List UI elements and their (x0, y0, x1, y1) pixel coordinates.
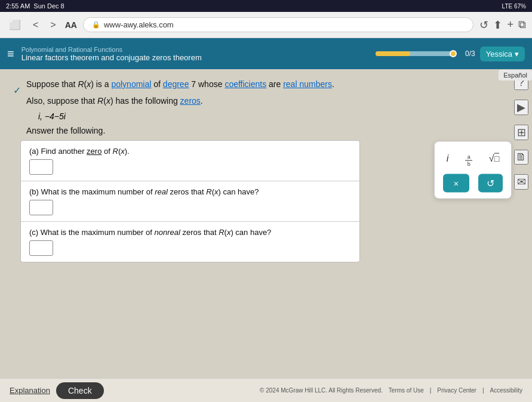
breadcrumb: Polynomial and Rational Functions Linear… (21, 46, 368, 62)
privacy-link[interactable]: Privacy Center (437, 387, 476, 394)
terms-link[interactable]: Terms of Use (389, 387, 424, 394)
status-bar: 2:55 AM Sun Dec 8 LTE 67% (0, 0, 532, 12)
browser-chrome: ⬜ < > AA 🔒 www-awy.aleks.com ↺ ⬆ + ⧉ (0, 12, 532, 38)
main-content: ✓ Suppose that R(x) is a polynomial of d… (0, 69, 532, 378)
coefficients-link[interactable]: coefficients (225, 79, 266, 89)
question-row-b: (b) What is the maximum number of real z… (21, 181, 359, 222)
progress-fill (376, 51, 411, 56)
accessibility-link[interactable]: Accessibility (490, 387, 522, 394)
fraction-icon: a b (465, 154, 472, 166)
sqrt-button[interactable]: √□ (485, 147, 503, 169)
document-icon[interactable]: 🗎 (514, 150, 528, 165)
bottom-bar: Explanation Check © 2024 McGraw Hill LLC… (0, 378, 532, 402)
lock-icon: 🔒 (92, 21, 100, 29)
tabs-button[interactable]: ⧉ (518, 18, 526, 31)
share-button[interactable]: ⬆ (493, 18, 502, 32)
forward-button[interactable]: > (47, 18, 59, 32)
chevron-down-icon: ▾ (515, 50, 519, 58)
add-tab-button[interactable]: + (507, 18, 513, 31)
progress-dot (450, 50, 457, 57)
fraction-button[interactable]: a b (462, 147, 476, 169)
status-time: 2:55 AM (6, 2, 30, 10)
user-name: Yessica (486, 50, 512, 58)
browser-actions: ↺ ⬆ + ⧉ (479, 18, 526, 32)
question-row-a: (a) Find another zero of R(x). (21, 141, 359, 181)
refresh-button[interactable]: ↺ (479, 18, 488, 32)
keyboard-top-row: i a b √□ (441, 147, 505, 169)
app-header: ≡ Polynomial and Rational Functions Line… (0, 38, 532, 69)
problem-intro: Suppose that R(x) is a polynomial of deg… (20, 78, 520, 91)
signal-indicator: LTE 67% (502, 3, 526, 10)
address-bar[interactable]: 🔒 www-awy.aleks.com (83, 17, 474, 32)
breadcrumb-top: Polynomial and Rational Functions (21, 46, 368, 53)
play-icon[interactable]: ▶ (514, 100, 528, 115)
explanation-button[interactable]: Explanation (10, 384, 50, 397)
clear-button[interactable]: × (443, 174, 470, 192)
keyboard-bottom-row: × ↺ (441, 174, 505, 192)
right-sidebar: ? ▶ ⊞ 🗎 ✉ (511, 69, 532, 196)
aa-label: AA (65, 20, 77, 30)
bottom-left: Explanation Check (10, 382, 104, 399)
math-keyboard: i a b √□ × ↺ (434, 141, 512, 199)
answer-input-a[interactable] (29, 159, 53, 175)
breadcrumb-main: Linear factors theorem and conjugate zer… (21, 53, 368, 62)
copyright: © 2024 McGraw Hill LLC. All Rights Reser… (260, 387, 522, 394)
answer-input-b[interactable] (29, 200, 53, 215)
hamburger-menu[interactable]: ≡ (7, 47, 14, 61)
answer-input-c[interactable] (29, 240, 53, 256)
url-text: www-awy.aleks.com (104, 20, 174, 29)
degree-link[interactable]: degree (163, 79, 189, 89)
zeros-display: i, −4−5i (38, 112, 520, 121)
question-label-b: (b) What is the maximum number of real z… (29, 187, 351, 196)
answer-label: Answer the following. (20, 126, 520, 135)
italic-i-button[interactable]: i (443, 147, 453, 169)
polynomial-link[interactable]: polynomial (111, 79, 151, 89)
mail-icon[interactable]: ✉ (514, 174, 528, 190)
back-button[interactable]: < (30, 18, 41, 32)
square-tab-icon[interactable]: ⬜ (6, 18, 24, 32)
progress-bar (376, 51, 453, 56)
progress-area: 0/3 Yessica ▾ (376, 47, 525, 61)
zeros-link[interactable]: zeros (180, 96, 201, 106)
user-menu-button[interactable]: Yessica ▾ (480, 47, 525, 61)
question-row-c: (c) What is the maximum number of nonrea… (21, 222, 359, 262)
question-label-c: (c) What is the maximum number of nonrea… (29, 228, 351, 237)
questions-panel: (a) Find another zero of R(x). (b) What … (20, 140, 360, 262)
grid-icon[interactable]: ⊞ (514, 125, 528, 140)
check-button[interactable]: Check (56, 382, 104, 399)
progress-label: 0/3 (465, 50, 475, 58)
question-label-a: (a) Find another zero of R(x). (29, 147, 351, 156)
copyright-text: © 2024 McGraw Hill LLC. All Rights Reser… (260, 387, 383, 394)
status-date: Sun Dec 8 (33, 2, 64, 10)
real-numbers-link[interactable]: real numbers (283, 79, 332, 89)
undo-button[interactable]: ↺ (478, 174, 503, 192)
problem-also: Also, suppose that R(x) has the followin… (20, 94, 520, 107)
check-icon: ✓ (13, 85, 21, 96)
espanol-button[interactable]: Español (499, 70, 532, 81)
